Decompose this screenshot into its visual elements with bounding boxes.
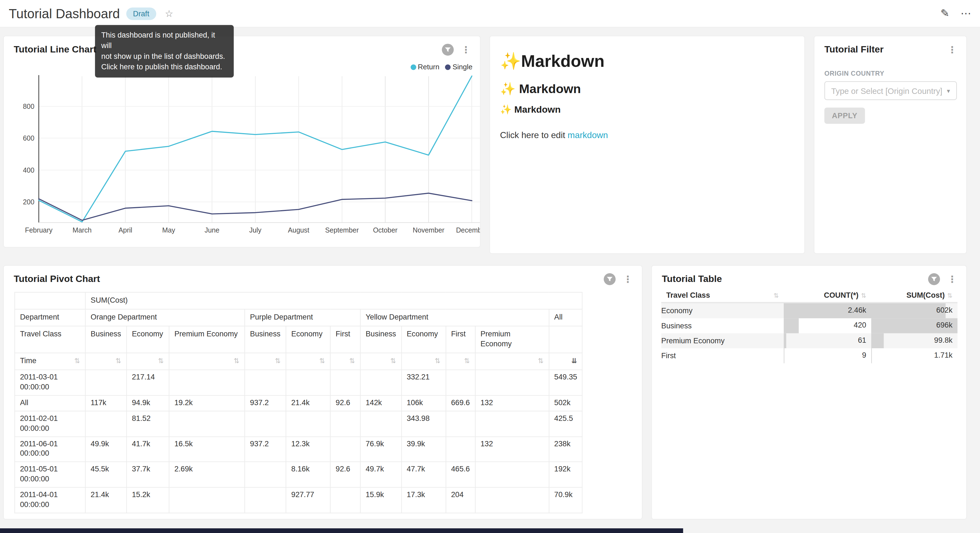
- sort-icon[interactable]: ⇅: [861, 292, 866, 299]
- filter-card-header: Tutorial Filter ⋮: [815, 36, 966, 56]
- dashboard-title: Tutorial Dashboard: [9, 6, 120, 21]
- sort-desc-icon[interactable]: ⇊: [571, 356, 577, 365]
- table-row: Economy2.46k602k: [661, 303, 957, 318]
- pivot-group-header: Yellow Department: [360, 309, 549, 326]
- pivot-data-row: 2011-04-01 00:00:0021.4k15.2k927.7715.9k…: [14, 488, 582, 513]
- pivot-class-header: Business: [360, 326, 401, 353]
- sort-icon[interactable]: ⇅: [947, 292, 952, 299]
- pivot-cell: [245, 411, 286, 437]
- pivot-cell: 669.6: [446, 395, 475, 411]
- sort-icon[interactable]: ⇅: [115, 356, 121, 365]
- sort-icon[interactable]: ⇅: [538, 356, 544, 365]
- bottom-partial-element: [0, 528, 683, 533]
- legend-label: Single: [452, 63, 473, 71]
- pivot-table-container: SUM(Cost)DepartmentOrange DepartmentPurp…: [14, 292, 583, 513]
- col-header-sum[interactable]: SUM(Cost): [906, 291, 945, 300]
- sort-icon[interactable]: ⇅: [390, 356, 396, 365]
- cell-count: 9: [784, 348, 871, 362]
- svg-text:600: 600: [23, 134, 35, 142]
- favorite-star-icon[interactable]: ☆: [165, 8, 173, 19]
- tooltip-line: Click here to publish this dashboard.: [101, 62, 228, 72]
- funnel-icon: [931, 276, 937, 282]
- kebab-menu-icon[interactable]: ⋮: [945, 273, 959, 285]
- pivot-cell: [475, 370, 549, 396]
- pivot-row-label: 2011-04-01 00:00:00: [14, 488, 85, 513]
- pivot-cell: 106k: [401, 395, 446, 411]
- cell-count: 2.46k: [784, 303, 871, 317]
- pivot-cell: 15.2k: [126, 488, 169, 513]
- tooltip-line: This dashboard is not published, it will: [101, 30, 228, 51]
- svg-text:February: February: [25, 226, 53, 234]
- origin-country-select[interactable]: Type or Select [Origin Country] ▾: [824, 81, 957, 100]
- pivot-class-header: Economy: [286, 326, 331, 353]
- sort-icon[interactable]: ⇅: [74, 356, 80, 365]
- line-chart-card: Tutorial Line Chart ⋮ ReturnSingle 20040…: [3, 36, 480, 247]
- cell-count: 61: [784, 334, 871, 347]
- dashboard-header: Tutorial Dashboard Draft ☆ ✎ ⋯: [0, 0, 980, 28]
- markdown-h3: ✨ Markdown: [500, 104, 794, 115]
- pivot-cell: 49.7k: [360, 462, 401, 488]
- svg-text:October: October: [373, 226, 398, 234]
- markdown-edit-link[interactable]: markdown: [568, 130, 608, 140]
- pivot-class-header: First: [446, 326, 475, 353]
- pivot-class-header: First: [331, 326, 361, 353]
- sort-icon[interactable]: ⇅: [773, 292, 779, 298]
- pivot-cell: 204: [446, 488, 475, 513]
- pivot-cell: 549.35: [549, 370, 582, 396]
- pivot-data-row: 2011-05-01 00:00:0045.5k37.7k2.69k8.16k9…: [14, 462, 582, 488]
- line-chart-plot[interactable]: 200400600800FebruaryMarchAprilMayJuneJul…: [4, 36, 480, 247]
- line-chart-legend: ReturnSingle: [410, 63, 473, 71]
- pivot-cell: [475, 411, 549, 437]
- pivot-cell: 37.7k: [126, 462, 169, 488]
- pivot-data-row: 2011-06-01 00:00:0049.9k41.7k16.5k937.21…: [14, 436, 582, 462]
- edit-dashboard-icon[interactable]: ✎: [940, 7, 949, 20]
- sort-icon[interactable]: ⇅: [349, 356, 355, 365]
- pivot-cell: 16.5k: [169, 436, 245, 462]
- pivot-class-dim: Travel Class: [14, 326, 85, 353]
- pivot-cell: 238k: [549, 436, 582, 462]
- pivot-group-row: DepartmentOrange DepartmentPurple Depart…: [14, 309, 582, 326]
- pivot-cell: 142k: [360, 395, 401, 411]
- pivot-data-row: 2011-03-01 00:00:00217.14332.21549.35: [14, 370, 582, 396]
- col-header-travel-class[interactable]: Travel Class: [666, 291, 710, 300]
- legend-item[interactable]: Return: [410, 63, 439, 71]
- more-options-icon[interactable]: ⋯: [961, 7, 971, 20]
- sort-icon[interactable]: ⇅: [464, 356, 470, 365]
- pivot-class-header: Economy: [401, 326, 446, 353]
- sort-icon[interactable]: ⇅: [435, 356, 441, 365]
- svg-text:December: December: [456, 226, 480, 234]
- pivot-cell: [169, 411, 245, 437]
- legend-item[interactable]: Single: [445, 63, 473, 71]
- kebab-menu-icon[interactable]: ⋮: [621, 273, 635, 285]
- pivot-cell: [85, 370, 126, 396]
- cell-travel-class: Premium Economy: [661, 334, 784, 348]
- pivot-cell: [245, 462, 286, 488]
- pivot-data-row: 2011-02-01 00:00:0081.52343.98425.5: [14, 411, 582, 437]
- table-card: Tutorial Table ⋮ Travel Class⇅COUNT(*)⇅S…: [651, 265, 967, 519]
- cell-sum: 696k: [871, 318, 957, 332]
- draft-badge[interactable]: Draft: [126, 7, 156, 20]
- apply-button[interactable]: APPLY: [824, 107, 865, 124]
- table-title: Tutorial Table: [662, 273, 722, 284]
- col-header-count[interactable]: COUNT(*): [824, 291, 859, 300]
- pivot-cell: 332.21: [401, 370, 446, 396]
- pivot-cell: 92.6: [331, 395, 361, 411]
- pivot-cell: [331, 370, 361, 396]
- pivot-cell: 21.4k: [286, 395, 331, 411]
- svg-text:800: 800: [23, 102, 35, 110]
- table-card-header: Tutorial Table ⋮: [652, 266, 966, 285]
- filter-indicator-icon[interactable]: [604, 273, 616, 285]
- markdown-card[interactable]: ✨Markdown ✨ Markdown ✨ Markdown Click he…: [490, 36, 805, 254]
- pivot-card-icons: ⋮: [604, 273, 635, 285]
- pivot-cell: [331, 436, 361, 462]
- svg-text:200: 200: [23, 198, 35, 206]
- sort-icon[interactable]: ⇅: [234, 356, 239, 365]
- tooltip-line: not show up in the list of dashboards.: [101, 51, 228, 62]
- sort-icon[interactable]: ⇅: [275, 356, 281, 365]
- publish-tooltip: This dashboard is not published, it will…: [95, 25, 234, 78]
- sort-icon[interactable]: ⇅: [319, 356, 325, 365]
- pivot-group-header: Purple Department: [245, 309, 360, 326]
- sort-icon[interactable]: ⇅: [158, 356, 164, 365]
- filter-indicator-icon[interactable]: [928, 273, 940, 285]
- kebab-menu-icon[interactable]: ⋮: [945, 44, 959, 56]
